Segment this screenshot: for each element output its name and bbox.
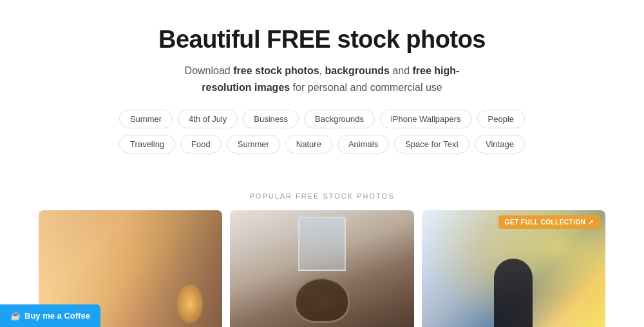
photos-grid: GET FULL COLLECTION ↗	[13, 210, 631, 327]
photo-card-person[interactable]: GET FULL COLLECTION ↗	[422, 210, 605, 327]
tag-traveling[interactable]: Traveling	[119, 135, 175, 154]
tag-people[interactable]: People	[477, 110, 525, 128]
tag-business[interactable]: Business	[243, 110, 299, 128]
external-link-icon: ↗	[588, 219, 594, 226]
tag-nature[interactable]: Nature	[285, 135, 332, 154]
tag-summer-1[interactable]: Summer	[119, 110, 173, 128]
hero-section: Beautiful FREE stock photos Download fre…	[0, 0, 644, 186]
tags-row-1: Summer 4th of July Business Backgrounds …	[119, 110, 525, 128]
tag-space-for-text[interactable]: Space for Text	[394, 135, 469, 154]
popular-label: POPULAR FREE STOCK PHOTOS	[13, 192, 631, 200]
buy-me-coffee-button[interactable]: ☕ Buy me a Coffee	[0, 304, 100, 327]
buy-coffee-label: Buy me a Coffee	[24, 311, 90, 321]
get-full-collection-label: GET FULL COLLECTION	[505, 219, 586, 226]
tags-row-2: Traveling Food Summer Nature Animals Spa…	[119, 135, 525, 154]
tag-iphone-wallpapers[interactable]: iPhone Wallpapers	[380, 110, 472, 128]
tags-section: Summer 4th of July Business Backgrounds …	[13, 110, 631, 154]
coffee-icon: ☕	[10, 311, 21, 321]
tag-food[interactable]: Food	[180, 135, 222, 154]
tag-backgrounds[interactable]: Backgrounds	[304, 110, 375, 128]
hero-strong-1: free stock photos	[233, 65, 319, 76]
hero-title: Beautiful FREE stock photos	[13, 26, 631, 54]
hero-description: Download free stock photos, backgrounds …	[161, 63, 483, 95]
hero-strong-2: backgrounds	[325, 65, 389, 76]
tag-vintage[interactable]: Vintage	[475, 135, 525, 154]
tag-animals[interactable]: Animals	[337, 135, 389, 154]
tag-4th-of-july[interactable]: 4th of July	[178, 110, 238, 128]
tag-summer-2[interactable]: Summer	[227, 135, 280, 154]
photo-card-coffee[interactable]	[230, 210, 413, 327]
get-full-collection-button[interactable]: GET FULL COLLECTION ↗	[498, 215, 600, 229]
